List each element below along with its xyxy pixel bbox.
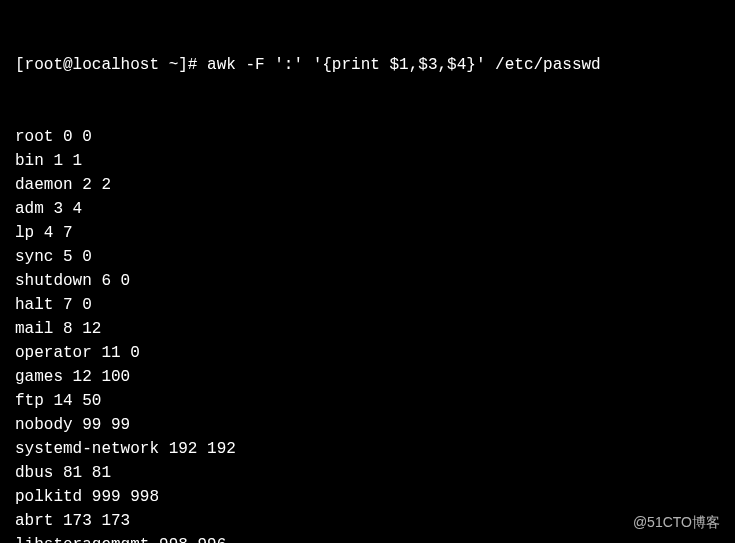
output-line: shutdown 6 0: [15, 269, 720, 293]
command-output: root 0 0bin 1 1daemon 2 2adm 3 4lp 4 7sy…: [15, 125, 720, 543]
output-line: systemd-network 192 192: [15, 437, 720, 461]
output-line: halt 7 0: [15, 293, 720, 317]
prompt-prefix: [root@localhost ~]#: [15, 56, 197, 74]
output-line: dbus 81 81: [15, 461, 720, 485]
output-line: nobody 99 99: [15, 413, 720, 437]
output-line: daemon 2 2: [15, 173, 720, 197]
command-text: awk -F ':' '{print $1,$3,$4}' /etc/passw…: [207, 56, 601, 74]
output-line: libstoragemgmt 998 996: [15, 533, 720, 543]
output-line: abrt 173 173: [15, 509, 720, 533]
output-line: sync 5 0: [15, 245, 720, 269]
output-line: adm 3 4: [15, 197, 720, 221]
output-line: mail 8 12: [15, 317, 720, 341]
output-line: bin 1 1: [15, 149, 720, 173]
output-line: root 0 0: [15, 125, 720, 149]
output-line: operator 11 0: [15, 341, 720, 365]
output-line: polkitd 999 998: [15, 485, 720, 509]
watermark-text: @51CTO博客: [633, 512, 720, 533]
terminal-window[interactable]: [root@localhost ~]# awk -F ':' '{print $…: [15, 5, 720, 543]
output-line: ftp 14 50: [15, 389, 720, 413]
command-prompt-line: [root@localhost ~]# awk -F ':' '{print $…: [15, 53, 720, 77]
output-line: lp 4 7: [15, 221, 720, 245]
output-line: games 12 100: [15, 365, 720, 389]
